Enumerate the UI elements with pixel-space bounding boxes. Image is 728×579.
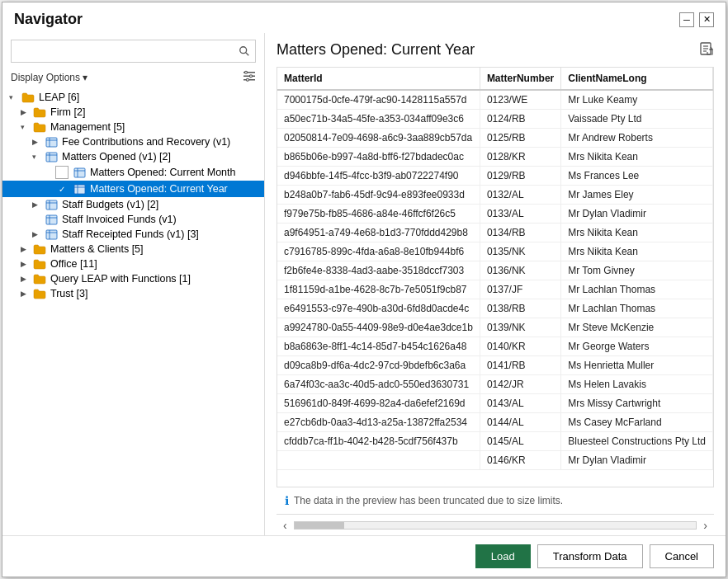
svg-rect-11 bbox=[46, 153, 57, 162]
table-cell: 1f81159d-a1be-4628-8c7b-7e5051f9cb87 bbox=[277, 280, 480, 299]
tree-item-label: Staff Budgets (v1) [2] bbox=[62, 199, 158, 210]
svg-rect-20 bbox=[46, 200, 57, 209]
truncated-notice: ℹ The data in the preview has been trunc… bbox=[277, 487, 714, 514]
load-button[interactable]: Load bbox=[475, 544, 531, 568]
table-cell: Mr Steve McKenzie bbox=[561, 318, 713, 337]
tree-item-label: Matters Opened: Current Year bbox=[90, 183, 228, 195]
table-cell: f2b6fe4e-8338-4ad3-aabe-3518dccf7303 bbox=[277, 261, 480, 280]
chevron-icon: ▶ bbox=[32, 138, 44, 146]
search-input[interactable] bbox=[12, 42, 234, 61]
svg-point-5 bbox=[245, 71, 248, 73]
scroll-right-button[interactable]: › bbox=[700, 517, 711, 534]
table-row: e27cb6db-0aa3-4d13-a25a-13872ffa25340144… bbox=[277, 413, 713, 432]
table-cell: Mr James Eley bbox=[561, 186, 713, 205]
table-cell: Ms Casey McFarland bbox=[561, 413, 713, 432]
svg-point-0 bbox=[240, 47, 247, 54]
chevron-icon: ▶ bbox=[21, 275, 32, 283]
tree-item-label: Fee Contributions and Recovery (v1) bbox=[62, 136, 230, 148]
table-cell: b248a0b7-fab6-45df-9c94-e893fee0933d bbox=[277, 186, 480, 205]
tree-item-label: Query LEAP with Functions [1] bbox=[50, 273, 191, 285]
table-cell: 0128/KR bbox=[480, 148, 560, 167]
display-options-button[interactable]: Display Options ▾ bbox=[11, 72, 87, 83]
data-table-container: MatterIdMatterNumberClientNameLong 70001… bbox=[277, 67, 714, 487]
chevron-icon: ▶ bbox=[21, 108, 32, 116]
table-cell: a50ec71b-34a5-45fe-a353-034aff09e3c6 bbox=[277, 110, 480, 129]
table-cell: Mr Dylan Vladimir bbox=[561, 451, 713, 470]
search-bar bbox=[11, 40, 256, 63]
tree-item-matters-opened[interactable]: ▾ Matters Opened (v1) [2] bbox=[2, 149, 264, 164]
table-cell: Mr Tom Givney bbox=[561, 261, 713, 280]
table-row: f979e75b-fb85-4686-a84e-46ffcf6f26c50133… bbox=[277, 205, 713, 224]
tree-item-query-leap[interactable]: ▶ Query LEAP with Functions [1] bbox=[2, 271, 264, 286]
table-cell: Mrs Missy Cartwright bbox=[561, 394, 713, 413]
table-cell: a9924780-0a55-4409-98e9-d0e4ae3dce1b bbox=[277, 318, 480, 337]
tree-item-label: LEAP [6] bbox=[39, 92, 79, 103]
table-icon bbox=[44, 228, 59, 240]
table-cell: 0141/RB bbox=[480, 356, 560, 375]
table-cell: cfddb7ca-ff1b-4042-b428-5cdf756f437b bbox=[277, 432, 480, 451]
checkbox-icon[interactable]: ✓ bbox=[55, 182, 69, 195]
table-row: d09ca8b9-df6a-4dc2-97cd-9bdefb6c3a6a0141… bbox=[277, 356, 713, 375]
svg-rect-17 bbox=[74, 185, 85, 194]
table-cell: 0123/WE bbox=[480, 90, 560, 110]
tree-item-trust[interactable]: ▶ Trust [3] bbox=[2, 286, 264, 301]
table-icon bbox=[44, 214, 59, 225]
table-row: a50ec71b-34a5-45fe-a353-034aff09e3c60124… bbox=[277, 110, 713, 129]
tree-item-staff-receipted[interactable]: ▶ Staff Receipted Funds (v1) [3] bbox=[2, 227, 264, 242]
table-cell: Mr Lachlan Thomas bbox=[561, 280, 713, 299]
nav-settings-button[interactable] bbox=[243, 69, 256, 85]
col-header-matterid: MatterId bbox=[277, 68, 480, 90]
folder-icon bbox=[21, 92, 35, 103]
svg-rect-8 bbox=[46, 138, 57, 147]
folder-icon bbox=[32, 258, 47, 270]
table-row: c7916785-899c-4fda-a6a8-8e10fb944bf60135… bbox=[277, 242, 713, 261]
table-cell: Bluesteel Constructions Pty Ltd bbox=[561, 432, 713, 451]
table-cell: 0137/JF bbox=[480, 280, 560, 299]
tree-item-office[interactable]: ▶ Office [11] bbox=[2, 257, 264, 271]
table-cell: Mrs Nikita Kean bbox=[561, 148, 713, 167]
info-icon: ℹ bbox=[285, 494, 289, 507]
table-cell: 0142/JR bbox=[480, 375, 560, 394]
scroll-left-button[interactable]: ‹ bbox=[280, 517, 291, 534]
table-cell: 0134/RB bbox=[480, 224, 560, 242]
transform-button[interactable]: Transform Data bbox=[537, 544, 643, 568]
chevron-icon: ▶ bbox=[32, 230, 44, 238]
table-cell: Mr Luke Keamy bbox=[561, 90, 713, 110]
tree-item-matters-clients[interactable]: ▶ Matters & Clients [5] bbox=[2, 242, 264, 257]
tree-item-fee-contributions[interactable]: ▶ Fee Contributions and Recovery (v1) bbox=[2, 134, 264, 149]
navigator-dialog: Navigator ─ ✕ Display Options ▾ bbox=[2, 2, 726, 577]
tree-item-matters-current-month[interactable]: Matters Opened: Current Month bbox=[2, 164, 264, 181]
settings-icon bbox=[243, 69, 256, 82]
tree-item-staff-budgets[interactable]: ▶ Staff Budgets (v1) [2] bbox=[2, 197, 264, 212]
search-button[interactable] bbox=[234, 40, 255, 62]
table-cell: d09ca8b9-df6a-4dc2-97cd-9bdefb6c3a6a bbox=[277, 356, 480, 375]
cancel-button[interactable]: Cancel bbox=[650, 544, 714, 568]
table-cell: Ms Helen Lavakis bbox=[561, 375, 713, 394]
tree-item-label: Staff Receipted Funds (v1) [3] bbox=[62, 228, 199, 240]
tree-container: ▾ LEAP [6]▶ Firm [2]▾ Management [5]▶ Fe… bbox=[2, 88, 264, 535]
tree-item-matters-current-year[interactable]: ✓ Matters Opened: Current Year bbox=[2, 181, 264, 197]
table-cell: Ms Henrietta Muller bbox=[561, 356, 713, 375]
tree-item-staff-invoiced[interactable]: Staff Invoiced Funds (v1) bbox=[2, 212, 264, 227]
minimize-button[interactable]: ─ bbox=[679, 12, 694, 27]
table-row: b865b06e-b997-4a8d-bff6-f27bdadec0ac0128… bbox=[277, 148, 713, 167]
checkbox-icon[interactable] bbox=[55, 166, 69, 179]
table-cell: Vaissade Pty Ltd bbox=[561, 110, 713, 129]
table-cell: Ms Frances Lee bbox=[561, 167, 713, 186]
folder-icon bbox=[32, 273, 47, 285]
tree-item-label: Firm [2] bbox=[50, 106, 85, 118]
col-header-matternumber: MatterNumber bbox=[480, 68, 560, 90]
tree-item-label: Matters & Clients [5] bbox=[50, 243, 144, 255]
table-cell: e27cb6db-0aa3-4d13-a25a-13872ffa2534 bbox=[277, 413, 480, 432]
tree-item-management[interactable]: ▾ Management [5] bbox=[2, 120, 264, 134]
table-icon bbox=[44, 136, 59, 148]
tree-item-label: Matters Opened (v1) [2] bbox=[62, 151, 171, 162]
preview-export-button[interactable] bbox=[699, 41, 714, 59]
tree-item-label: Office [11] bbox=[50, 258, 97, 270]
table-icon bbox=[44, 199, 59, 210]
folder-icon bbox=[32, 243, 47, 255]
dialog-title: Navigator bbox=[14, 11, 83, 28]
close-button[interactable]: ✕ bbox=[699, 12, 714, 27]
tree-item-firm[interactable]: ▶ Firm [2] bbox=[2, 105, 264, 120]
tree-item-leap[interactable]: ▾ LEAP [6] bbox=[2, 90, 264, 105]
